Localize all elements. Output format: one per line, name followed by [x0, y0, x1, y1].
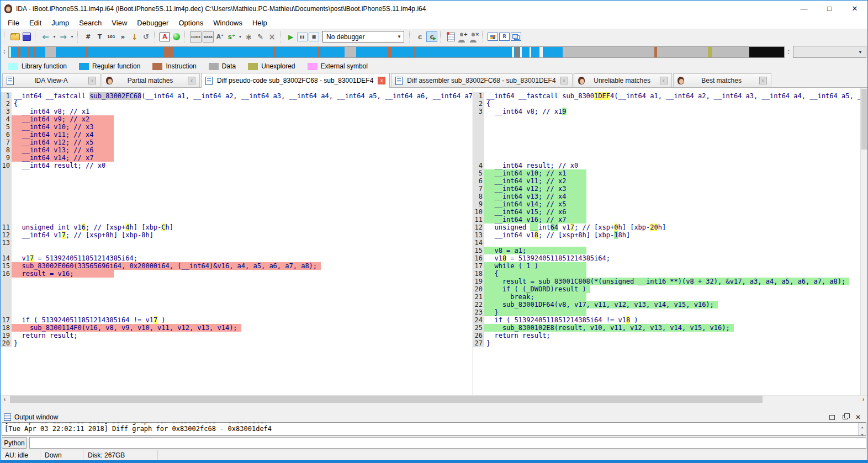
output-float-icon[interactable] — [843, 415, 848, 419]
save-file-icon[interactable] — [22, 31, 32, 42]
tab-partial-matches[interactable]: Partial matchesx — [102, 73, 200, 87]
jump-arrow-icon[interactable]: ↓ — [129, 31, 140, 42]
menu-debugger[interactable]: Debugger — [132, 17, 173, 29]
code-row[interactable]: 25 sub_8300102E8(result, v10, v11, v12, … — [473, 324, 860, 332]
code-text[interactable]: __int64 v12; // x5 — [12, 139, 473, 146]
tab-diff-pseudo-code-sub-83002fc68-sub-83001def4[interactable]: Diff pseudo-code sub_83002FC68 - sub_830… — [201, 73, 390, 88]
code-row[interactable]: 13 — [1, 239, 473, 247]
code-text[interactable]: return result; — [484, 332, 860, 339]
code-text[interactable] — [484, 239, 860, 247]
code-text[interactable]: __int64 v18; // [xsp+8h] [xbp-18h] — [484, 231, 860, 239]
code-text[interactable]: } — [484, 308, 860, 316]
string-caret-icon[interactable]: ▾ — [238, 31, 242, 42]
code-text[interactable]: __int64 result; // x0 — [12, 162, 473, 169]
code-text[interactable]: if ( 5139240511851214385i64 != v18 ) — [484, 316, 860, 324]
make-data-icon[interactable]: DATA — [203, 31, 214, 42]
scroll-up-icon[interactable]: ▲ — [861, 423, 864, 431]
code-row[interactable]: 19 result = sub_83001C808(*(unsigned __i… — [473, 278, 860, 285]
code-text[interactable]: if ( (_DWORD)result ) — [484, 285, 860, 293]
code-row[interactable]: 2{ — [1, 100, 473, 108]
code-row[interactable]: 8 __int64 v13; // x6 — [1, 146, 473, 154]
code-row[interactable]: 14 — [473, 239, 860, 247]
code-text[interactable]: { — [484, 100, 860, 108]
panel-splitter[interactable] — [1, 403, 867, 412]
code-row[interactable]: 4 __int64 v9; // x2 — [1, 115, 473, 123]
code-text[interactable]: } — [12, 339, 473, 347]
recent-scripts-icon[interactable] — [446, 31, 456, 42]
code-row[interactable]: 3 __int64 v8; // x1 — [1, 108, 473, 115]
edit-function-icon[interactable]: ✎ — [255, 31, 266, 42]
code-row[interactable]: 23 } — [473, 308, 860, 316]
navigation-band[interactable] — [8, 46, 785, 58]
code-text[interactable]: { — [12, 100, 473, 108]
code-row[interactable]: 22 sub_83001DF64(v8, v17, v11, v12, v13,… — [473, 301, 860, 308]
code-text[interactable]: return result; — [12, 332, 473, 339]
close-button[interactable]: ✕ — [842, 1, 867, 17]
stop-analysis-icon[interactable]: A — [160, 33, 170, 41]
python-input[interactable] — [29, 437, 866, 449]
code-text[interactable]: unsigned __int64 v17; // [xsp+0h] [xbp-2… — [484, 223, 860, 231]
navigate-back-icon[interactable]: ← — [40, 31, 51, 42]
output-close-icon[interactable]: ✕ — [855, 414, 861, 420]
code-row[interactable]: 27} — [473, 339, 860, 347]
make-name-icon[interactable]: A⁺ — [215, 31, 225, 42]
code-text[interactable]: __int64 v15; // x6 — [484, 208, 860, 216]
debugger-combo[interactable]: No debugger▼ — [322, 31, 404, 42]
undefine-icon[interactable]: × — [267, 31, 277, 42]
code-row[interactable]: 3 __int64 v8; // x19 — [473, 108, 860, 115]
output-maximize-icon[interactable] — [829, 415, 835, 420]
scroll-left-icon[interactable]: ‹ — [1, 396, 9, 402]
back-caret-icon[interactable]: ▾ — [52, 31, 57, 42]
pause-debugger-icon[interactable]: ▮▮ — [297, 33, 308, 41]
code-row[interactable]: 24 if ( 5139240511851214385i64 != v18 ) — [473, 316, 860, 324]
python-interpreter-button[interactable]: Python — [2, 437, 27, 449]
code-text[interactable]: if ( 5139240511851214385i64 != v17 ) — [12, 316, 473, 324]
menu-windows[interactable]: Windows — [208, 17, 247, 29]
scroll-right-icon[interactable]: › — [859, 396, 867, 402]
code-row[interactable]: 15 sub_83002E060(33565696i64, 0x20000i64… — [1, 262, 473, 270]
menu-jump[interactable]: Jump — [46, 17, 74, 29]
code-text[interactable]: result = sub_83001C808(*(unsigned __int1… — [484, 278, 860, 285]
search-text-icon[interactable]: T — [94, 31, 105, 42]
code-row[interactable]: 20 if ( (_DWORD)result ) — [473, 285, 860, 293]
run-script-icon[interactable]: c — [426, 31, 437, 42]
code-text[interactable]: } — [484, 339, 860, 347]
code-text[interactable]: break; — [484, 293, 860, 301]
navband-expand-arrows[interactable]: ▸▸ — [785, 49, 793, 55]
code-text[interactable]: while ( 1 ) — [484, 262, 860, 270]
navband-scroll-arrows[interactable]: ▲▼ — [1, 49, 8, 55]
code-row[interactable]: 15 v8 = a1; — [473, 247, 860, 254]
code-row[interactable]: 18 { — [473, 270, 860, 278]
remove-watch-icon[interactable]: × — [469, 31, 479, 42]
code-text[interactable]: __int64 v10; // x1 — [484, 169, 860, 177]
code-text[interactable]: __int64 v14; // x7 — [12, 154, 473, 162]
code-row[interactable]: 13 __int64 v18; // [xsp+8h] [xbp-18h] — [473, 231, 860, 239]
code-text[interactable]: __int64 __fastcall sub_83002FC68(__int64… — [12, 92, 473, 100]
code-row[interactable]: 7 __int64 v12; // x3 — [473, 185, 860, 193]
code-text[interactable]: __int64 v17; // [xsp+8h] [xbp-8h] — [12, 231, 473, 239]
vertical-scrollbar[interactable] — [860, 88, 867, 395]
output-scrollbar[interactable]: ▲▼ — [858, 423, 866, 435]
menu-options[interactable]: Options — [173, 17, 208, 29]
diff-right-pane[interactable]: 1__int64 __fastcall sub_83001DEF4(__int6… — [473, 88, 860, 395]
tab-close-icon[interactable]: x — [759, 77, 767, 84]
make-string-icon[interactable]: s⁺ — [226, 31, 237, 42]
navigate-forward-icon[interactable]: → — [58, 31, 68, 42]
code-row[interactable]: 19 return result; — [1, 332, 473, 339]
scroll-down-icon[interactable]: ▼ — [861, 431, 864, 436]
code-row[interactable]: 8 __int64 v13; // x4 — [473, 193, 860, 200]
code-row[interactable]: 16 v18 = 5139240511851214385i64; — [473, 254, 860, 262]
analysis-indicator-icon[interactable] — [171, 31, 182, 42]
start-debugger-icon[interactable]: ▶ — [285, 31, 296, 42]
code-row[interactable]: 12 unsigned __int64 v17; // [xsp+0h] [xb… — [473, 223, 860, 231]
code-row[interactable]: 9 __int64 v14; // x5 — [473, 200, 860, 208]
code-text[interactable]: result = v16; — [12, 270, 473, 278]
code-row[interactable]: 26 return result; — [473, 332, 860, 339]
search-immediate-icon[interactable]: 101 — [106, 31, 117, 42]
search-next-icon[interactable]: » — [118, 31, 128, 42]
code-row[interactable]: 10 __int64 v15; // x6 — [473, 208, 860, 216]
code-row[interactable]: 7 __int64 v12; // x5 — [1, 139, 473, 146]
code-row[interactable]: 10 __int64 result; // x0 — [1, 162, 473, 169]
code-row[interactable]: 1__int64 __fastcall sub_83002FC68(__int6… — [1, 92, 473, 100]
code-text[interactable]: __int64 v11; // x2 — [484, 177, 860, 185]
